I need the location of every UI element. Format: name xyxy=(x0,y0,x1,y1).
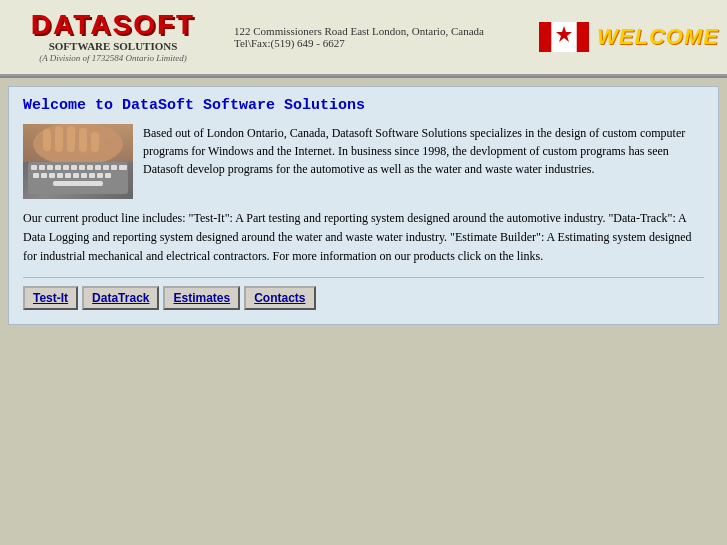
address-text: 122 Commissioners Road East London, Onta… xyxy=(234,25,484,37)
nav-contacts-link[interactable]: Contacts xyxy=(244,286,315,310)
svg-rect-8 xyxy=(67,126,75,152)
content-box: Welcome to DataSoft Software Solutions xyxy=(8,86,719,325)
page-header: DATASOFT SOFTWARE SOLUTIONS (A Division … xyxy=(0,0,727,76)
svg-rect-32 xyxy=(97,173,103,178)
svg-rect-10 xyxy=(91,132,99,152)
svg-rect-26 xyxy=(49,173,55,178)
svg-rect-12 xyxy=(31,165,37,170)
svg-rect-2 xyxy=(577,22,590,52)
svg-rect-14 xyxy=(47,165,53,170)
main-wrapper: Welcome to DataSoft Software Solutions xyxy=(0,78,727,341)
content-title: Welcome to DataSoft Software Solutions xyxy=(23,97,704,114)
svg-rect-17 xyxy=(71,165,77,170)
nav-testit-link[interactable]: Test-It xyxy=(23,286,78,310)
svg-rect-7 xyxy=(55,126,63,152)
svg-rect-6 xyxy=(43,129,51,151)
intro-section: Based out of London Ontario, Canada, Dat… xyxy=(23,124,704,199)
svg-rect-28 xyxy=(65,173,71,178)
nav-links: Test-It DataTrack Estimates Contacts xyxy=(23,277,704,310)
svg-rect-19 xyxy=(87,165,93,170)
svg-rect-34 xyxy=(53,181,103,186)
keyboard-image xyxy=(23,124,133,199)
svg-rect-16 xyxy=(63,165,69,170)
tel-fax-text: Tel\Fax:(519) 649 - 6627 xyxy=(234,37,345,49)
svg-rect-30 xyxy=(81,173,87,178)
svg-rect-23 xyxy=(119,165,127,170)
bottom-area xyxy=(0,341,727,501)
product-description: Our current product line includes: "Test… xyxy=(23,209,704,267)
header-right: WELCOME xyxy=(539,22,719,52)
company-logo: DATASOFT xyxy=(31,11,195,39)
svg-rect-20 xyxy=(95,165,101,170)
logo-area: DATASOFT SOFTWARE SOLUTIONS (A Division … xyxy=(8,11,218,63)
logo-subtitle: SOFTWARE SOLUTIONS xyxy=(49,39,178,53)
svg-rect-21 xyxy=(103,165,109,170)
nav-estimates-link[interactable]: Estimates xyxy=(163,286,240,310)
nav-datatrack-link[interactable]: DataTrack xyxy=(82,286,159,310)
svg-rect-31 xyxy=(89,173,95,178)
svg-rect-9 xyxy=(79,128,87,152)
logo-division: (A Division of 1732584 Ontario Limited) xyxy=(39,53,187,63)
svg-rect-25 xyxy=(41,173,47,178)
svg-rect-24 xyxy=(33,173,39,178)
header-address: 122 Commissioners Road East London, Onta… xyxy=(234,25,539,49)
svg-rect-1 xyxy=(539,22,552,52)
svg-rect-13 xyxy=(39,165,45,170)
svg-rect-15 xyxy=(55,165,61,170)
svg-rect-18 xyxy=(79,165,85,170)
svg-rect-33 xyxy=(105,173,111,178)
welcome-banner: WELCOME xyxy=(597,24,719,50)
svg-rect-22 xyxy=(111,165,117,170)
intro-text: Based out of London Ontario, Canada, Dat… xyxy=(143,124,704,199)
svg-rect-29 xyxy=(73,173,79,178)
canada-flag-icon xyxy=(539,22,589,52)
svg-rect-27 xyxy=(57,173,63,178)
